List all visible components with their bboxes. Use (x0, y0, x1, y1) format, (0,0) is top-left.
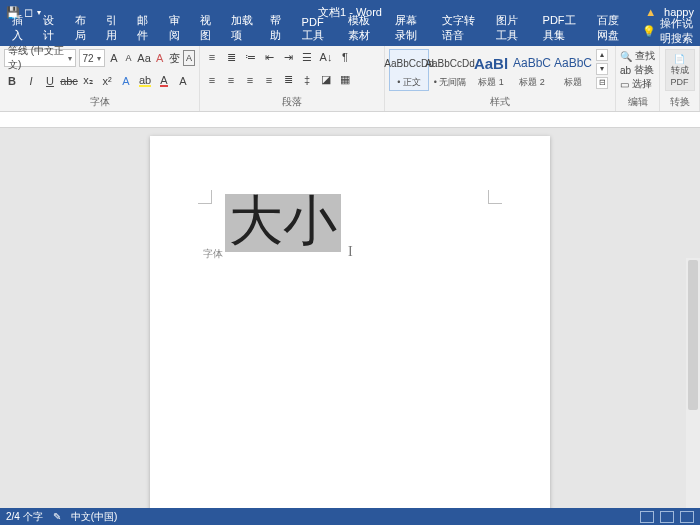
shrink-font-button[interactable]: A (123, 50, 135, 66)
style-preview: AaBl (474, 51, 508, 75)
convert-label: 转成 PDF (671, 64, 689, 87)
scrollbar-thumb[interactable] (688, 260, 698, 410)
status-bar: 2/4 个字 ✎ 中文(中国) (0, 508, 700, 525)
tab-help[interactable]: 帮助 (262, 10, 293, 46)
align-justify-button[interactable]: ≡ (261, 72, 277, 88)
align-left-button[interactable]: ≡ (204, 72, 220, 88)
style-preview: AaBbC (554, 51, 592, 75)
proofing-icon[interactable]: ✎ (53, 511, 61, 522)
tell-me-label: 操作说明搜索 (660, 16, 700, 46)
chevron-down-icon: ▾ (68, 54, 72, 63)
tab-screen-record[interactable]: 屏幕录制 (387, 10, 434, 46)
bullets-button[interactable]: ≡ (204, 49, 220, 65)
align-center-button[interactable]: ≡ (223, 72, 239, 88)
styles-scroll[interactable]: ▴ (596, 49, 608, 61)
convert-group-label: 转换 (670, 94, 690, 110)
show-marks-button[interactable]: ¶ (337, 49, 353, 65)
vertical-scrollbar[interactable] (686, 258, 700, 508)
convert-pdf-button[interactable]: 📄 转成 PDF (665, 49, 695, 91)
styles-scroll[interactable]: ⊟ (596, 77, 608, 89)
char-border-button[interactable]: A (183, 50, 195, 66)
tab-insert[interactable]: 插入 (4, 10, 35, 46)
font-name-select[interactable]: 等线 (中文正文)▾ (4, 49, 76, 67)
multilevel-button[interactable]: ≔ (242, 49, 258, 65)
asian-layout-button[interactable]: ☰ (299, 49, 315, 65)
pdf-icon: 📄 (674, 54, 685, 64)
style-card[interactable]: AaBbC标题 (553, 49, 593, 91)
tab-tts[interactable]: 文字转语音 (434, 10, 488, 46)
lightbulb-icon: 💡 (642, 25, 656, 38)
underline-button[interactable]: U (42, 73, 58, 89)
decrease-indent-button[interactable]: ⇤ (261, 49, 277, 65)
replace-button[interactable]: ab替换 (620, 63, 655, 77)
tab-layout[interactable]: 布局 (67, 10, 98, 46)
text-effects-button[interactable]: A (118, 73, 134, 89)
find-button[interactable]: 🔍查找 (620, 49, 655, 63)
tab-baidu[interactable]: 百度网盘 (589, 10, 636, 46)
tab-pdf-toolset[interactable]: PDF工具集 (535, 10, 589, 46)
tell-me[interactable]: 💡 操作说明搜索 (642, 16, 700, 46)
font-name-value: 等线 (中文正文) (8, 44, 68, 72)
tab-review[interactable]: 审阅 (161, 10, 192, 46)
tab-picture-tools[interactable]: 图片工具 (488, 10, 535, 46)
ribbon: 等线 (中文正文)▾ 72▾ A A Aa A 变 A B I U abc x₂… (0, 46, 700, 112)
change-case-button[interactable]: Aa (137, 50, 150, 66)
tab-view[interactable]: 视图 (192, 10, 223, 46)
shading-button[interactable]: ◪ (318, 72, 334, 88)
style-card[interactable]: AaBbCcDd• 正文 (389, 49, 429, 91)
language-status[interactable]: 中文(中国) (71, 510, 118, 524)
select-button[interactable]: ▭选择 (620, 77, 655, 91)
grow-font-button[interactable]: A (108, 50, 120, 66)
style-label: • 无间隔 (434, 76, 467, 89)
numbering-button[interactable]: ≣ (223, 49, 239, 65)
style-label: 标题 2 (519, 76, 545, 89)
increase-indent-button[interactable]: ⇥ (280, 49, 296, 65)
window-title: 文档1 - Word (318, 5, 382, 20)
print-layout-button[interactable] (660, 511, 674, 523)
convert-group: 📄 转成 PDF 转换 (660, 46, 700, 111)
editing-group: 🔍查找 ab替换 ▭选择 编辑 (616, 46, 660, 111)
styles-group: AaBbCcDd• 正文AaBbCcDd• 无间隔AaBl标题 1AaBbC标题… (385, 46, 616, 111)
tab-design[interactable]: 设计 (35, 10, 66, 46)
styles-scroll[interactable]: ▾ (596, 63, 608, 75)
style-preview: AaBbC (513, 51, 551, 75)
bold-button[interactable]: B (4, 73, 20, 89)
align-right-button[interactable]: ≡ (242, 72, 258, 88)
read-mode-button[interactable] (640, 511, 654, 523)
borders-button[interactable]: ▦ (337, 72, 353, 88)
selected-text[interactable]: 大小 (225, 194, 341, 252)
document-area: 字体 大小 I (0, 128, 700, 508)
phonetic-guide-button[interactable]: 变 (168, 50, 180, 66)
tab-mailings[interactable]: 邮件 (129, 10, 160, 46)
subscript-button[interactable]: x₂ (80, 73, 96, 89)
ruler[interactable] (0, 112, 700, 128)
clear-format-button[interactable]: A (154, 50, 166, 66)
select-icon: ▭ (620, 79, 629, 90)
style-card[interactable]: AaBbCcDd• 无间隔 (430, 49, 470, 91)
selection-hint: 字体 (203, 247, 223, 261)
page-count[interactable]: 2/4 个字 (6, 510, 43, 524)
superscript-button[interactable]: x² (99, 73, 115, 89)
distribute-button[interactable]: ≣ (280, 72, 296, 88)
sort-button[interactable]: A↓ (318, 49, 334, 65)
text-cursor: I (348, 244, 353, 260)
highlight-button[interactable]: ab (137, 73, 153, 89)
tab-addins[interactable]: 加载项 (223, 10, 262, 46)
search-icon: 🔍 (620, 51, 632, 62)
style-card[interactable]: AaBbC标题 2 (512, 49, 552, 91)
font-group-label: 字体 (4, 94, 195, 110)
font-group: 等线 (中文正文)▾ 72▾ A A Aa A 变 A B I U abc x₂… (0, 46, 200, 111)
margin-corner-tl (198, 190, 212, 204)
tab-references[interactable]: 引用 (98, 10, 129, 46)
page[interactable]: 字体 大小 I (150, 136, 550, 508)
strikethrough-button[interactable]: abc (61, 73, 77, 89)
italic-button[interactable]: I (23, 73, 39, 89)
style-card[interactable]: AaBl标题 1 (471, 49, 511, 91)
font-color-button[interactable]: A (156, 73, 172, 89)
style-label: 标题 1 (478, 76, 504, 89)
web-layout-button[interactable] (680, 511, 694, 523)
font-size-select[interactable]: 72▾ (79, 49, 106, 67)
char-shading-button[interactable]: A (175, 73, 191, 89)
ribbon-tab-strip: 插入 设计 布局 引用 邮件 审阅 视图 加载项 帮助 PDF工具 模板素材 屏… (0, 24, 700, 46)
line-spacing-button[interactable]: ‡ (299, 72, 315, 88)
